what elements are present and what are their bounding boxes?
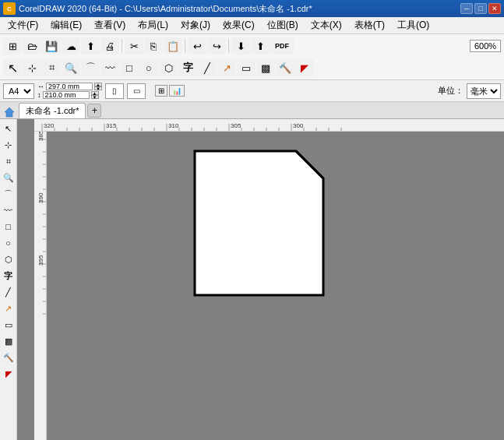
- cloud-button[interactable]: ☁: [62, 37, 80, 55]
- menu-item-menu-edit[interactable]: 编辑(E): [44, 17, 88, 33]
- title-bar: C CorelDRAW 2020 (64-Bit) - C:\Users\Adm…: [0, 0, 504, 17]
- units-label: 单位：: [438, 85, 463, 97]
- cut-button[interactable]: ✂: [125, 37, 143, 55]
- chart-button[interactable]: 📊: [169, 85, 185, 97]
- select-tool-button[interactable]: ↖: [3, 59, 22, 76]
- crop-tool-button[interactable]: ◤: [295, 59, 314, 76]
- export-button[interactable]: ⬆: [251, 37, 270, 55]
- menu-bar: 文件(F)编辑(E)查看(V)布局(L)对象(J)效果(C)位图(B)文本(X)…: [0, 17, 504, 34]
- save-button[interactable]: 💾: [42, 37, 61, 55]
- left-tool-11[interactable]: ╱: [1, 284, 16, 300]
- tab-bar: 未命名 -1.cdr* +: [0, 102, 504, 119]
- pdf-button[interactable]: PDF: [270, 37, 294, 55]
- left-tool-14[interactable]: ▩: [1, 333, 16, 349]
- rect-tool-button[interactable]: □: [120, 59, 139, 76]
- menu-item-menu-effects[interactable]: 效果(C): [217, 17, 261, 33]
- align-button[interactable]: ⊞: [155, 85, 167, 97]
- sep1: [122, 39, 122, 53]
- units-select[interactable]: 毫米: [467, 83, 501, 99]
- dimension-tool-button[interactable]: ↗: [217, 59, 236, 76]
- left-tool-10[interactable]: 字: [1, 268, 16, 283]
- copy-button[interactable]: ⎘: [144, 37, 163, 55]
- menu-item-menu-bitmap[interactable]: 位图(B): [261, 17, 305, 33]
- minimize-button[interactable]: ─: [460, 3, 473, 14]
- height-icon: ↕: [37, 91, 41, 99]
- left-tool-8[interactable]: ○: [1, 235, 16, 251]
- import-button[interactable]: ⬇: [231, 37, 250, 55]
- portrait-button[interactable]: ▯: [105, 83, 124, 99]
- menu-item-menu-file[interactable]: 文件(F): [2, 17, 44, 33]
- zoom-tool-button[interactable]: 🔍: [62, 59, 80, 76]
- left-tool-2[interactable]: ⊹: [1, 137, 16, 153]
- landscape-button[interactable]: ▭: [127, 83, 146, 99]
- paste-button[interactable]: 📋: [164, 37, 182, 55]
- window-title: CorelDRAW 2020 (64-Bit) - C:\Users\Admin…: [19, 3, 460, 15]
- menu-item-menu-view[interactable]: 查看(V): [88, 17, 132, 33]
- left-tool-16[interactable]: ◤: [1, 366, 16, 382]
- ellipse-tool-button[interactable]: ○: [139, 59, 158, 76]
- page-size-select[interactable]: A4: [3, 83, 34, 99]
- menu-item-menu-tools[interactable]: 工具(O): [391, 17, 435, 33]
- tab-add-button[interactable]: +: [87, 104, 101, 118]
- left-tool-12[interactable]: ↗: [1, 301, 16, 316]
- left-tool-3[interactable]: ⌗: [1, 153, 16, 169]
- text-tool-button[interactable]: 字: [178, 59, 197, 76]
- left-tool-4[interactable]: 🔍: [1, 170, 16, 185]
- left-tool-15[interactable]: 🔨: [1, 350, 16, 365]
- menu-item-menu-table[interactable]: 表格(T): [348, 17, 391, 33]
- height-input[interactable]: [43, 91, 90, 99]
- freehand-tool-button[interactable]: ⌒: [81, 59, 100, 76]
- top-ruler: [34, 119, 504, 132]
- menu-item-menu-text[interactable]: 文本(X): [305, 17, 348, 33]
- left-ruler-canvas: [34, 132, 47, 440]
- main-area: ↖ ⊹ ⌗ 🔍 ⌒ 〰 □ ○ ⬡ 字 ╱ ↗ ▭ ▩ 🔨 ◤: [0, 119, 504, 440]
- pen-tool-button[interactable]: 〰: [100, 59, 119, 76]
- left-tool-7[interactable]: □: [1, 219, 16, 234]
- new-button[interactable]: ⊞: [3, 37, 22, 55]
- tab-file[interactable]: 未命名 -1.cdr*: [19, 103, 86, 118]
- width-input[interactable]: [46, 83, 93, 90]
- left-ruler: [34, 132, 47, 440]
- transform-tool-button[interactable]: ⌗: [42, 59, 61, 76]
- top-ruler-canvas: [34, 119, 504, 132]
- menu-item-menu-layout[interactable]: 布局(L): [132, 17, 174, 33]
- width-row: ↔ ▲ ▼: [37, 83, 102, 90]
- left-tool-6[interactable]: 〰: [1, 202, 16, 218]
- tab-file-label: 未命名 -1.cdr*: [26, 105, 79, 117]
- shape-tool-button[interactable]: ⊹: [23, 59, 41, 76]
- interactive-tool-button[interactable]: ▭: [237, 59, 256, 76]
- left-tool-1[interactable]: ↖: [1, 121, 16, 136]
- redo-button[interactable]: ↪: [207, 37, 226, 55]
- cloud-upload-button[interactable]: ⬆: [81, 37, 100, 55]
- app-icon: C: [3, 2, 16, 15]
- height-down[interactable]: ▼: [91, 95, 99, 99]
- menu-item-menu-object[interactable]: 对象(J): [174, 17, 217, 33]
- toolbar-area: ⊞ 🗁 💾 ☁ ⬆ 🖨 ✂ ⎘ 📋 ↩ ↪ ⬇ ⬆ PDF 600% ↖ ⊹ ⌗…: [0, 34, 504, 80]
- close-button[interactable]: ✕: [488, 3, 501, 14]
- svg-marker-0: [5, 107, 14, 117]
- width-down[interactable]: ▼: [94, 86, 102, 90]
- pattern-tool-button[interactable]: ▩: [256, 59, 275, 76]
- svg-marker-1: [195, 151, 323, 295]
- property-bar: A4 ↔ ▲ ▼ ↕ ▲ ▼ ▯ ▭ ⊞ 📊 单位： 毫米: [0, 80, 504, 102]
- print-button[interactable]: 🖨: [100, 37, 119, 55]
- left-tool-13[interactable]: ▭: [1, 317, 16, 333]
- undo-button[interactable]: ↩: [188, 37, 206, 55]
- open-button[interactable]: 🗁: [23, 37, 41, 55]
- maximize-button[interactable]: □: [474, 3, 487, 14]
- left-toolbox: ↖ ⊹ ⌗ 🔍 ⌒ 〰 □ ○ ⬡ 字 ╱ ↗ ▭ ▩ 🔨 ◤: [0, 119, 17, 440]
- width-spinner: ▲ ▼: [94, 83, 102, 90]
- home-icon: [3, 106, 16, 118]
- left-tool-9[interactable]: ⬡: [1, 252, 16, 267]
- left-tool-5[interactable]: ⌒: [1, 186, 16, 202]
- height-row: ↕ ▲ ▼: [37, 91, 102, 99]
- sep3: [228, 39, 229, 53]
- document-drawing: [191, 147, 327, 299]
- hammer-tool-button[interactable]: 🔨: [276, 59, 294, 76]
- toolbar2: ↖ ⊹ ⌗ 🔍 ⌒ 〰 □ ○ ⬡ 字 ╱ ↗ ▭ ▩ 🔨 ◤: [3, 58, 501, 78]
- window-controls: ─ □ ✕: [460, 3, 501, 14]
- line-tool-button[interactable]: ╱: [198, 59, 217, 76]
- polygon-tool-button[interactable]: ⬡: [159, 59, 178, 76]
- zoom-display[interactable]: 600%: [470, 40, 501, 52]
- canvas-area[interactable]: [47, 132, 504, 440]
